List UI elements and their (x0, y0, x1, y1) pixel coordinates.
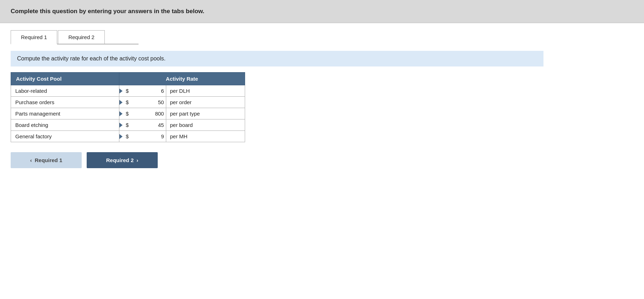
dollar-cell: $ (119, 119, 137, 131)
banner-text: Complete this question by entering your … (11, 8, 204, 15)
tab-required-2[interactable]: Required 2 (58, 30, 104, 44)
prev-button-label: Required 1 (35, 157, 63, 163)
amount-cell: 6 (137, 85, 166, 97)
chevron-left-icon: ‹ (30, 157, 32, 163)
unit-cell: per MH (166, 131, 245, 142)
triangle-icon (119, 123, 123, 128)
unit-cell: per board (166, 119, 245, 131)
col-header-rate: Activity Rate (119, 73, 245, 85)
amount-cell: 50 (137, 97, 166, 108)
pool-name-cell: Board etching (11, 119, 119, 131)
instruction-text: Compute the activity rate for each of th… (17, 55, 166, 62)
dollar-cell: $ (119, 97, 137, 108)
tabs-row: Required 1 Required 2 (11, 30, 139, 44)
amount-cell: 45 (137, 119, 166, 131)
table-row: Purchase orders $50per order (11, 97, 245, 108)
unit-cell: per order (166, 97, 245, 108)
triangle-icon (119, 134, 123, 139)
amount-cell: 800 (137, 108, 166, 119)
table-row: General factory $9per MH (11, 131, 245, 142)
amount-cell: 9 (137, 131, 166, 142)
instruction-bar: Compute the activity rate for each of th… (11, 51, 543, 66)
pool-name-cell: General factory (11, 131, 119, 142)
tab-required-1[interactable]: Required 1 (11, 30, 57, 44)
pool-name-cell: Parts management (11, 108, 119, 119)
triangle-icon (119, 111, 123, 116)
table-row: Parts management $800per part type (11, 108, 245, 119)
dollar-cell: $ (119, 85, 137, 97)
nav-buttons: ‹ Required 1 Required 2 › (11, 152, 633, 168)
next-button[interactable]: Required 2 › (87, 152, 158, 168)
next-button-label: Required 2 (106, 157, 134, 163)
prev-button[interactable]: ‹ Required 1 (11, 152, 82, 168)
main-content: Required 1 Required 2 Compute the activi… (0, 23, 644, 179)
table-row: Board etching $45per board (11, 119, 245, 131)
dollar-cell: $ (119, 108, 137, 119)
top-banner: Complete this question by entering your … (0, 0, 644, 23)
pool-name-cell: Labor-related (11, 85, 119, 97)
table-row: Labor-related $6per DLH (11, 85, 245, 97)
activity-table: Activity Cost Pool Activity Rate Labor-r… (11, 72, 245, 142)
pool-name-cell: Purchase orders (11, 97, 119, 108)
col-header-pool: Activity Cost Pool (11, 73, 119, 85)
unit-cell: per DLH (166, 85, 245, 97)
chevron-right-icon: › (136, 157, 138, 163)
unit-cell: per part type (166, 108, 245, 119)
triangle-icon (119, 100, 123, 105)
dollar-cell: $ (119, 131, 137, 142)
triangle-icon (119, 89, 123, 94)
